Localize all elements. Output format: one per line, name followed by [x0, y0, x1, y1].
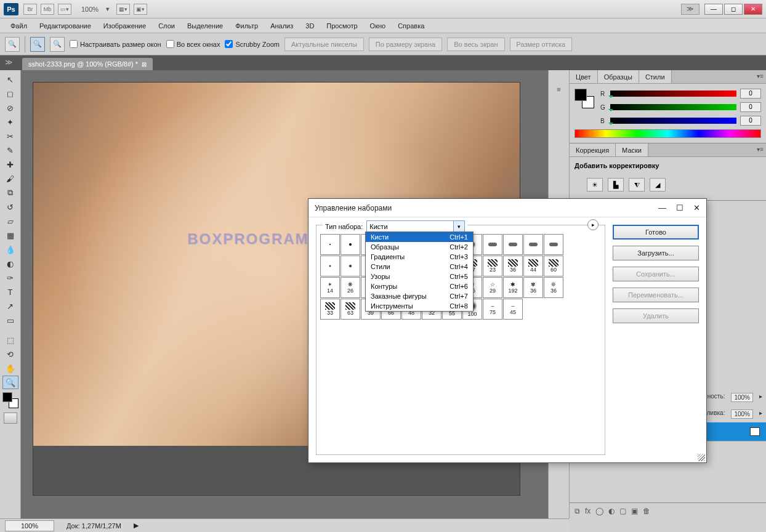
type-tool-icon[interactable]: T [2, 285, 18, 299]
arrange-icon[interactable]: ▦▾ [116, 4, 130, 15]
hand-tool-icon[interactable]: ✋ [2, 361, 18, 375]
brush-preset[interactable]: 33 [320, 299, 340, 320]
resize-grip-icon[interactable] [698, 454, 705, 461]
tool-preset-icon[interactable]: 🔍 [5, 37, 20, 52]
levels-icon[interactable]: ▙ [608, 178, 624, 191]
fill-value[interactable]: 100% [731, 409, 753, 419]
dropdown-item[interactable]: КонтурыCtrl+6 [366, 281, 473, 291]
g-slider[interactable] [610, 104, 736, 110]
color-swatches[interactable] [574, 89, 594, 108]
opacity-value[interactable]: 100% [731, 393, 753, 402]
brush-preset[interactable]: ✶14 [320, 277, 340, 298]
brush-preset[interactable]: 23 [483, 256, 502, 276]
menu-layer[interactable]: Слои [153, 20, 180, 31]
tab-adjustments[interactable]: Коррекция [570, 143, 616, 156]
marquee-tool-icon[interactable]: ◻ [2, 87, 18, 100]
3d-camera-icon[interactable]: ⟲ [2, 347, 18, 361]
brush-preset[interactable]: –45 [503, 299, 523, 320]
curves-icon[interactable]: ⧨ [629, 178, 645, 191]
brush-preset[interactable]: ☆29 [483, 277, 502, 298]
dropdown-item[interactable]: УзорыCtrl+5 [366, 272, 473, 281]
heal-tool-icon[interactable]: ✚ [2, 158, 18, 171]
r-slider[interactable] [610, 91, 736, 97]
delete-icon[interactable]: 🗑 [643, 507, 650, 515]
move-tool-icon[interactable]: ↖ [2, 73, 18, 86]
stamp-tool-icon[interactable]: ⧉ [2, 186, 18, 200]
rename-button[interactable]: Переименовать... [613, 288, 699, 302]
dialog-maximize-icon[interactable]: ☐ [676, 203, 683, 212]
g-value[interactable]: 0 [740, 102, 761, 112]
screen-icon[interactable]: ▣▾ [134, 4, 147, 15]
tab-scroll-icon[interactable]: ≫ [5, 58, 13, 66]
print-size-button[interactable]: Размер оттиска [510, 38, 573, 51]
zoom-out-icon[interactable]: 🔍 [50, 37, 65, 52]
panel-menu-icon[interactable]: ▾≡ [757, 146, 764, 153]
r-value[interactable]: 0 [740, 89, 761, 99]
brush-preset[interactable] [320, 234, 340, 255]
actual-pixels-button[interactable]: Актуальные пикселы [284, 38, 364, 51]
zoom-in-icon[interactable]: 🔍 [30, 37, 45, 52]
document-tab[interactable]: sshot-2333.png @ 100% (RGB/8#) * ⊠ [22, 58, 153, 70]
status-arrow-icon[interactable]: ▶ [134, 522, 139, 530]
blur-tool-icon[interactable]: 💧 [2, 243, 18, 256]
dropdown-item[interactable]: КистиCtrl+1 [366, 232, 473, 242]
set-type-select[interactable]: Кисти ▾ [366, 220, 465, 233]
dodge-tool-icon[interactable]: ◐ [2, 257, 18, 270]
lasso-tool-icon[interactable]: ⊘ [2, 101, 18, 115]
shape-tool-icon[interactable]: ▭ [2, 313, 18, 327]
group-icon[interactable]: ▢ [619, 507, 626, 515]
dropdown-item[interactable]: ОбразцыCtrl+2 [366, 242, 473, 252]
brush-preset[interactable]: 36 [503, 256, 523, 276]
fit-screen-button[interactable]: По размеру экрана [369, 38, 442, 51]
dialog-close-icon[interactable]: ✕ [693, 203, 700, 212]
brush-preset[interactable] [544, 234, 563, 255]
zoom-dropdown-icon[interactable]: ▼ [105, 6, 110, 12]
dialog-titlebar[interactable]: Управление наборами — ☐ ✕ [308, 199, 706, 217]
history-brush-icon[interactable]: ↺ [2, 200, 18, 214]
scrubby-zoom-checkbox[interactable]: Scrubby Zoom [225, 40, 280, 48]
quick-mask-icon[interactable] [4, 413, 17, 424]
brightness-icon[interactable]: ☀ [587, 178, 603, 191]
brush-preset[interactable]: ❋26 [341, 277, 360, 298]
dropdown-item[interactable]: ИнструментыCtrl+8 [366, 301, 473, 311]
menu-analysis[interactable]: Анализ [265, 20, 299, 31]
menu-edit[interactable]: Редактирование [34, 20, 97, 31]
spectrum-bar[interactable] [574, 129, 761, 138]
brush-preset[interactable] [503, 234, 523, 255]
brush-preset[interactable]: 60 [544, 256, 563, 276]
brush-preset[interactable] [483, 234, 502, 255]
minimize-button[interactable]: — [704, 4, 723, 15]
tab-styles[interactable]: Стили [639, 70, 672, 83]
menu-image[interactable]: Изображение [98, 20, 151, 31]
dialog-minimize-icon[interactable]: — [658, 203, 666, 212]
minibridge-icon[interactable]: Mb [41, 4, 54, 15]
brush-preset[interactable]: ✱192 [503, 277, 523, 298]
pen-tool-icon[interactable]: ✑ [2, 271, 18, 284]
foreground-background-swatch[interactable] [2, 392, 18, 408]
screen-mode-icon[interactable]: ▭▾ [58, 4, 71, 15]
path-select-icon[interactable]: ↗ [2, 299, 18, 313]
3d-tool-icon[interactable]: ⬚ [2, 333, 18, 347]
maximize-button[interactable]: ◻ [724, 4, 743, 15]
fill-screen-button[interactable]: Во весь экран [447, 38, 504, 51]
flyout-menu-icon[interactable]: ▸ [587, 219, 599, 230]
brush-preset[interactable] [320, 256, 340, 276]
brush-preset[interactable] [341, 234, 360, 255]
menu-filter[interactable]: Фильтр [230, 20, 264, 31]
tab-swatches[interactable]: Образцы [598, 70, 639, 83]
all-windows-checkbox[interactable]: Во всех окнах [166, 40, 220, 48]
bridge-icon[interactable]: Br [23, 4, 37, 15]
dock-icon[interactable]: ≡ [552, 83, 566, 96]
eyedropper-tool-icon[interactable]: ✎ [2, 143, 18, 157]
zoom-tool-icon[interactable]: 🔍 [2, 376, 18, 389]
chevron-down-icon[interactable]: ▾ [453, 221, 464, 232]
dropdown-item[interactable]: Заказные фигурыCtrl+7 [366, 291, 473, 301]
link-icon[interactable]: ⧉ [574, 507, 580, 515]
mask-icon[interactable]: ◯ [595, 507, 603, 515]
resize-windows-checkbox[interactable]: Настраивать размер окон [70, 40, 161, 48]
brush-preset[interactable]: 44 [523, 256, 543, 276]
gradient-tool-icon[interactable]: ▦ [2, 228, 18, 242]
menu-help[interactable]: Справка [392, 20, 430, 31]
adjustment-layer-icon[interactable]: ◐ [608, 507, 615, 515]
brush-preset[interactable]: ❊36 [544, 277, 563, 298]
